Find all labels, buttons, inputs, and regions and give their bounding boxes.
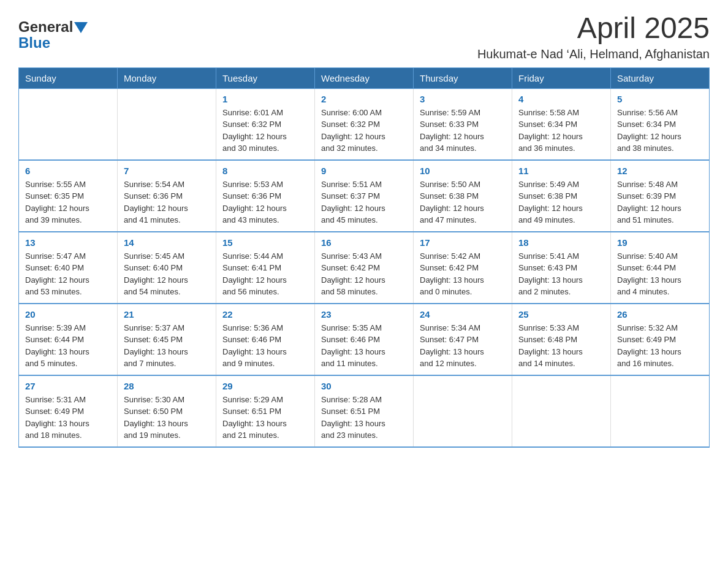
title-area: April 2025 Hukumat-e Nad ‘Ali, Helmand, … [477, 12, 710, 61]
day-info: Sunrise: 5:45 AM Sunset: 6:40 PM Dayligh… [124, 250, 210, 298]
week-row-4: 27Sunrise: 5:31 AM Sunset: 6:49 PM Dayli… [19, 375, 710, 447]
day-info: Sunrise: 5:33 AM Sunset: 6:48 PM Dayligh… [518, 322, 604, 370]
day-cell: 9Sunrise: 5:51 AM Sunset: 6:37 PM Daylig… [315, 160, 414, 232]
day-cell: 1Sunrise: 6:01 AM Sunset: 6:32 PM Daylig… [216, 88, 315, 160]
day-info: Sunrise: 5:40 AM Sunset: 6:44 PM Dayligh… [617, 250, 703, 298]
header-row: SundayMondayTuesdayWednesdayThursdayFrid… [19, 67, 710, 88]
day-info: Sunrise: 5:36 AM Sunset: 6:46 PM Dayligh… [222, 322, 308, 370]
logo-general-text: General [18, 18, 73, 36]
day-number: 27 [25, 381, 111, 391]
day-cell: 7Sunrise: 5:54 AM Sunset: 6:36 PM Daylig… [118, 160, 216, 232]
day-number: 11 [518, 166, 604, 176]
week-row-2: 13Sunrise: 5:47 AM Sunset: 6:40 PM Dayli… [19, 232, 710, 304]
day-info: Sunrise: 5:30 AM Sunset: 6:50 PM Dayligh… [124, 394, 210, 442]
day-cell: 14Sunrise: 5:45 AM Sunset: 6:40 PM Dayli… [118, 232, 216, 304]
calendar-header: SundayMondayTuesdayWednesdayThursdayFrid… [19, 67, 710, 88]
day-cell: 30Sunrise: 5:28 AM Sunset: 6:51 PM Dayli… [315, 375, 414, 447]
day-info: Sunrise: 5:47 AM Sunset: 6:40 PM Dayligh… [25, 250, 111, 298]
day-info: Sunrise: 5:39 AM Sunset: 6:44 PM Dayligh… [25, 322, 111, 370]
calendar-table: SundayMondayTuesdayWednesdayThursdayFrid… [18, 67, 710, 448]
day-number: 8 [222, 166, 308, 176]
day-info: Sunrise: 6:00 AM Sunset: 6:32 PM Dayligh… [321, 107, 407, 155]
day-cell: 4Sunrise: 5:58 AM Sunset: 6:34 PM Daylig… [512, 88, 611, 160]
day-number: 10 [420, 166, 506, 176]
day-number: 12 [617, 166, 703, 176]
day-info: Sunrise: 5:56 AM Sunset: 6:34 PM Dayligh… [617, 107, 703, 155]
day-cell: 16Sunrise: 5:43 AM Sunset: 6:42 PM Dayli… [315, 232, 414, 304]
day-info: Sunrise: 5:31 AM Sunset: 6:49 PM Dayligh… [25, 394, 111, 442]
day-info: Sunrise: 5:59 AM Sunset: 6:33 PM Dayligh… [420, 107, 506, 155]
day-number: 19 [617, 237, 703, 248]
day-cell: 24Sunrise: 5:34 AM Sunset: 6:47 PM Dayli… [414, 304, 512, 375]
week-row-1: 6Sunrise: 5:55 AM Sunset: 6:35 PM Daylig… [19, 160, 710, 232]
day-number: 14 [124, 237, 210, 248]
logo-blue-text: Blue [18, 34, 50, 52]
day-info: Sunrise: 5:54 AM Sunset: 6:36 PM Dayligh… [124, 178, 210, 226]
header: General Blue April 2025 Hukumat-e Nad ‘A… [18, 12, 710, 61]
header-cell-wednesday: Wednesday [315, 67, 414, 88]
day-info: Sunrise: 5:41 AM Sunset: 6:43 PM Dayligh… [518, 250, 604, 298]
week-row-0: 1Sunrise: 6:01 AM Sunset: 6:32 PM Daylig… [19, 88, 710, 160]
page-subtitle: Hukumat-e Nad ‘Ali, Helmand, Afghanistan [477, 47, 710, 61]
day-info: Sunrise: 5:28 AM Sunset: 6:51 PM Dayligh… [321, 394, 407, 442]
day-cell: 28Sunrise: 5:30 AM Sunset: 6:50 PM Dayli… [118, 375, 216, 447]
day-cell: 8Sunrise: 5:53 AM Sunset: 6:36 PM Daylig… [216, 160, 315, 232]
day-cell [611, 375, 710, 447]
day-cell: 6Sunrise: 5:55 AM Sunset: 6:35 PM Daylig… [19, 160, 118, 232]
day-cell: 3Sunrise: 5:59 AM Sunset: 6:33 PM Daylig… [414, 88, 512, 160]
page-title: April 2025 [477, 12, 710, 45]
svg-marker-0 [74, 22, 88, 33]
day-cell: 25Sunrise: 5:33 AM Sunset: 6:48 PM Dayli… [512, 304, 611, 375]
day-info: Sunrise: 5:44 AM Sunset: 6:41 PM Dayligh… [222, 250, 308, 298]
day-cell [512, 375, 611, 447]
day-cell: 21Sunrise: 5:37 AM Sunset: 6:45 PM Dayli… [118, 304, 216, 375]
day-cell: 22Sunrise: 5:36 AM Sunset: 6:46 PM Dayli… [216, 304, 315, 375]
day-number: 23 [321, 309, 407, 320]
day-cell [19, 88, 118, 160]
day-info: Sunrise: 5:58 AM Sunset: 6:34 PM Dayligh… [518, 107, 604, 155]
day-number: 21 [124, 309, 210, 320]
day-info: Sunrise: 5:37 AM Sunset: 6:45 PM Dayligh… [124, 322, 210, 370]
header-cell-friday: Friday [512, 67, 611, 88]
day-number: 13 [25, 237, 111, 248]
day-cell: 20Sunrise: 5:39 AM Sunset: 6:44 PM Dayli… [19, 304, 118, 375]
day-cell: 5Sunrise: 5:56 AM Sunset: 6:34 PM Daylig… [611, 88, 710, 160]
header-cell-monday: Monday [118, 67, 216, 88]
day-number: 20 [25, 309, 111, 320]
day-info: Sunrise: 5:50 AM Sunset: 6:38 PM Dayligh… [420, 178, 506, 226]
day-number: 16 [321, 237, 407, 248]
day-number: 9 [321, 166, 407, 176]
day-number: 15 [222, 237, 308, 248]
day-cell: 29Sunrise: 5:29 AM Sunset: 6:51 PM Dayli… [216, 375, 315, 447]
day-number: 30 [321, 381, 407, 391]
day-info: Sunrise: 5:42 AM Sunset: 6:42 PM Dayligh… [420, 250, 506, 298]
day-number: 1 [222, 94, 308, 104]
header-cell-sunday: Sunday [19, 67, 118, 88]
day-info: Sunrise: 5:35 AM Sunset: 6:46 PM Dayligh… [321, 322, 407, 370]
day-number: 7 [124, 166, 210, 176]
day-number: 26 [617, 309, 703, 320]
day-info: Sunrise: 5:55 AM Sunset: 6:35 PM Dayligh… [25, 178, 111, 226]
day-number: 3 [420, 94, 506, 104]
day-cell [118, 88, 216, 160]
day-cell: 23Sunrise: 5:35 AM Sunset: 6:46 PM Dayli… [315, 304, 414, 375]
day-number: 25 [518, 309, 604, 320]
day-cell: 17Sunrise: 5:42 AM Sunset: 6:42 PM Dayli… [414, 232, 512, 304]
day-cell: 13Sunrise: 5:47 AM Sunset: 6:40 PM Dayli… [19, 232, 118, 304]
day-info: Sunrise: 5:32 AM Sunset: 6:49 PM Dayligh… [617, 322, 703, 370]
day-number: 28 [124, 381, 210, 391]
day-number: 24 [420, 309, 506, 320]
day-info: Sunrise: 6:01 AM Sunset: 6:32 PM Dayligh… [222, 107, 308, 155]
logo: General Blue [18, 12, 88, 52]
day-info: Sunrise: 5:29 AM Sunset: 6:51 PM Dayligh… [222, 394, 308, 442]
day-cell [414, 375, 512, 447]
week-row-3: 20Sunrise: 5:39 AM Sunset: 6:44 PM Dayli… [19, 304, 710, 375]
day-cell: 2Sunrise: 6:00 AM Sunset: 6:32 PM Daylig… [315, 88, 414, 160]
day-number: 2 [321, 94, 407, 104]
day-info: Sunrise: 5:34 AM Sunset: 6:47 PM Dayligh… [420, 322, 506, 370]
day-cell: 11Sunrise: 5:49 AM Sunset: 6:38 PM Dayli… [512, 160, 611, 232]
day-info: Sunrise: 5:51 AM Sunset: 6:37 PM Dayligh… [321, 178, 407, 226]
day-cell: 12Sunrise: 5:48 AM Sunset: 6:39 PM Dayli… [611, 160, 710, 232]
header-cell-saturday: Saturday [611, 67, 710, 88]
day-number: 22 [222, 309, 308, 320]
